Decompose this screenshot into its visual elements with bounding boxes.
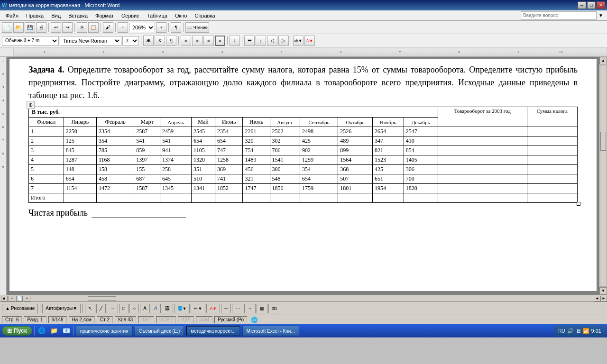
tray-lang: RU xyxy=(558,328,565,334)
vertical-scrollbar: ▲ ▼ xyxy=(599,57,607,295)
start-icon: ⊞ xyxy=(7,328,12,334)
footer-nov xyxy=(372,193,404,203)
menu-help[interactable]: Справка xyxy=(191,12,219,19)
web-view-button[interactable]: ≈ xyxy=(9,296,15,301)
scroll-track[interactable] xyxy=(600,65,607,287)
menu-insert[interactable]: Вставка xyxy=(64,12,92,19)
menu-service[interactable]: Сервис xyxy=(118,12,143,19)
highlight-button[interactable]: ab▼ xyxy=(293,36,304,46)
task-button-3[interactable]: методичка коррект... xyxy=(186,326,240,336)
line-tool[interactable]: ╱ xyxy=(96,304,106,313)
rect-tool[interactable]: □ xyxy=(119,304,129,313)
copy-button[interactable]: ⎘ xyxy=(77,22,87,33)
shadow-button[interactable]: ▩ xyxy=(257,304,267,313)
arrow-style-button[interactable]: → xyxy=(244,304,256,313)
quicklaunch-ie[interactable]: 🌐 xyxy=(37,326,47,336)
size-combo[interactable]: 7 xyxy=(122,36,139,46)
scroll-down-button[interactable]: ▼ xyxy=(599,287,607,295)
increase-indent[interactable]: ▷ xyxy=(278,36,289,46)
drawing-toolbar: ▲ Рисование Автофигуры ▼ ↖ ╱ → □ ○ A A 🖼… xyxy=(0,301,607,315)
minimize-button[interactable]: ─ xyxy=(578,1,586,9)
paste-button[interactable]: 📋 xyxy=(88,22,99,33)
font-color-button2[interactable]: A▼ xyxy=(206,304,220,313)
menu-table[interactable]: Таблица xyxy=(143,12,171,19)
task-button-4[interactable]: Microsoft Excel - Кни... xyxy=(242,326,299,336)
menu-format[interactable]: Формат xyxy=(92,12,118,19)
zoom-combo[interactable]: 206% xyxy=(129,23,155,32)
decrease-indent[interactable]: ◁ xyxy=(267,36,277,46)
task-button-1[interactable]: практические занятия xyxy=(76,326,133,336)
row5-jul: 456 xyxy=(243,165,270,174)
menu-edit[interactable]: Правка xyxy=(22,12,47,19)
autoshapes-button[interactable]: Автофигуры ▼ xyxy=(42,304,81,313)
textbox-tool[interactable]: A xyxy=(140,304,150,313)
font-combo[interactable]: Times New Roman xyxy=(60,36,121,46)
outline-view-button[interactable]: ≡ xyxy=(24,296,30,301)
arrow-tool[interactable]: → xyxy=(107,304,118,313)
menu-file[interactable]: Файл xyxy=(2,12,22,19)
align-center[interactable]: ≡ xyxy=(192,36,202,46)
zoom-out-button[interactable]: - xyxy=(118,22,128,33)
taskbar-sep2 xyxy=(74,326,74,336)
hscroll-track[interactable] xyxy=(31,296,594,301)
italic-button[interactable]: К xyxy=(155,36,165,46)
style-combo[interactable]: Обычный + 7 m xyxy=(2,36,59,46)
align-left[interactable]: ≡ xyxy=(181,36,191,46)
search-dropdown-icon[interactable]: ▼ xyxy=(597,13,605,18)
line-color-button[interactable]: ✏▼ xyxy=(191,304,205,313)
start-button[interactable]: ⊞ Пуск xyxy=(2,326,32,336)
quicklaunch-media[interactable]: 📁 xyxy=(49,326,59,336)
redo-button[interactable]: ↪ xyxy=(62,22,73,33)
align-right[interactable]: ≡ xyxy=(203,36,214,46)
clipart-tool[interactable]: 🖼 xyxy=(162,304,173,313)
row6-id: 6 xyxy=(29,174,64,184)
quicklaunch-email[interactable]: 📧 xyxy=(61,326,72,336)
underline-button[interactable]: Ч xyxy=(166,36,176,46)
bold-button[interactable]: Ж xyxy=(143,36,154,46)
hscroll-left-button[interactable]: ◄ xyxy=(594,296,600,301)
line-style-button[interactable]: ─ xyxy=(221,304,231,313)
menu-window[interactable]: Окно xyxy=(171,12,191,19)
draw-label[interactable]: ▲ Рисование xyxy=(2,304,38,313)
paragraph-mark[interactable]: ¶ xyxy=(171,22,181,33)
hscroll-thumb[interactable] xyxy=(88,296,116,301)
row2-feb: 354 xyxy=(97,136,134,146)
close-button[interactable]: ✕ xyxy=(597,1,605,9)
menubar: Файл Правка Вид Вставка Формат Сервис Та… xyxy=(0,10,607,21)
format-painter[interactable]: 🖌 xyxy=(103,22,113,33)
dash-style-button[interactable]: - - xyxy=(232,304,243,313)
line-spacing-button[interactable]: ↕ xyxy=(230,36,240,46)
table-resize-handle[interactable] xyxy=(577,202,580,206)
task-button-2[interactable]: Съёмный диск (E:) xyxy=(135,326,184,336)
scroll-thumb[interactable] xyxy=(600,132,606,151)
align-justify[interactable]: ≡ xyxy=(215,36,225,46)
fill-color-button[interactable]: 🪣▼ xyxy=(174,304,190,313)
wordart-tool[interactable]: A xyxy=(151,304,161,313)
print-view-button[interactable]: 📄 xyxy=(16,296,23,301)
numbering-button[interactable]: ⋮ xyxy=(256,36,266,46)
save-button[interactable]: 💾 xyxy=(25,22,35,33)
normal-view-button[interactable]: ■ xyxy=(1,296,8,301)
oval-tool[interactable]: ○ xyxy=(129,304,139,313)
hscroll-right-button[interactable]: ► xyxy=(600,296,607,301)
row4-dec: 1405 xyxy=(404,155,438,165)
3d-button[interactable]: 3D xyxy=(268,304,281,313)
footer-may xyxy=(192,193,215,203)
row6-sep: 654 xyxy=(300,174,338,184)
footer-turnover xyxy=(438,193,527,203)
print-button[interactable]: 🖨 xyxy=(36,22,46,33)
menu-view[interactable]: Вид xyxy=(47,12,64,19)
open-button[interactable]: 📂 xyxy=(13,22,24,33)
undo-button[interactable]: ↩ xyxy=(51,22,61,33)
cursor-tool[interactable]: ↖ xyxy=(85,304,95,313)
bullets-button[interactable]: ☰ xyxy=(244,36,255,46)
search-box[interactable] xyxy=(521,11,597,20)
new-button[interactable]: 📄 xyxy=(2,22,12,33)
table-move-handle[interactable]: ⊕ xyxy=(27,101,35,109)
scroll-up-button[interactable]: ▲ xyxy=(599,57,607,64)
col-feb: Февраль xyxy=(97,118,134,127)
zoom-in-button[interactable]: + xyxy=(156,22,166,33)
maximize-button[interactable]: □ xyxy=(587,1,596,9)
font-color-button[interactable]: A▼ xyxy=(304,36,315,46)
read-mode-button[interactable]: 📖 Чтение xyxy=(185,22,209,33)
